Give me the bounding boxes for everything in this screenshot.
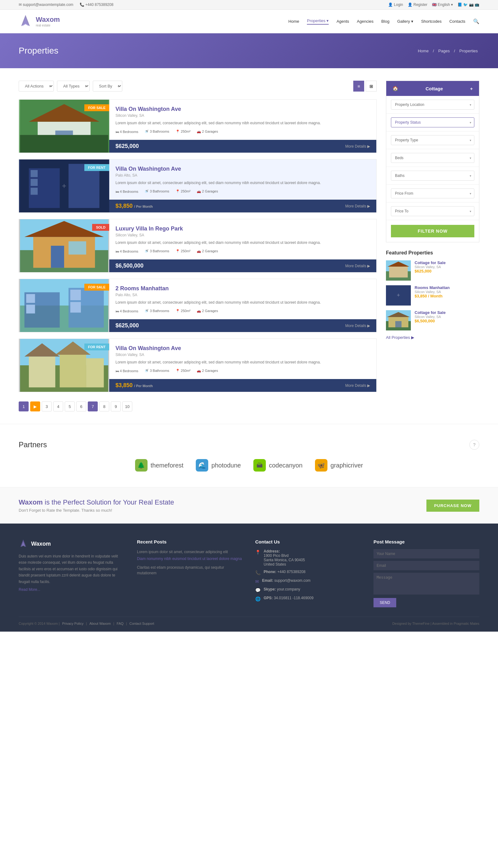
language-selector[interactable]: 🇬🇧 English ▾ [432,2,453,7]
price-from-select[interactable]: Price From [391,189,474,198]
nav-agencies[interactable]: Agencies [357,19,374,24]
featured-loc-3: Silicon Valley, SA [415,315,479,319]
page-7[interactable]: 7 [88,401,98,412]
property-price-5: $3,850 / Per Month [116,382,153,389]
nav-home[interactable]: Home [289,19,299,24]
register-link[interactable]: 👤 Register [408,2,427,7]
footer-recent-posts: Recent Posts Lorem ipsum dolor sit amet,… [137,539,243,607]
contact-support-link[interactable]: Contact Support [130,622,154,625]
area-3: 📍 250m² [175,249,191,253]
privacy-policy-link[interactable]: Privacy Policy [62,622,83,625]
nav-blog[interactable]: Blog [381,19,389,24]
featured-info-3: Cottage for Sale Silicon Valley, SA $6,5… [415,310,479,323]
all-types-select[interactable]: All Types [57,81,90,92]
property-card: FOR SALE 2 Rooms Manhattan Palo Alto, SA… [19,279,377,332]
property-price-2: $3,850 / Per Month [116,203,153,209]
cta-text: Waxom is the Perfect Solution for Your R… [19,498,174,513]
nav-gallery[interactable]: Gallery ▾ [397,19,413,24]
property-info-2: Villa On Washington Ave Palo Alto, SA Lo… [109,159,376,200]
nav-properties[interactable]: Properties ▾ [307,18,329,25]
beds-select[interactable]: Beds [391,153,474,163]
logo-sub: real estate [36,24,60,27]
login-link[interactable]: 👤 Login [388,2,403,7]
post-link-1[interactable]: Diam nonummy nibh euismod tincidunt ut l… [137,557,242,561]
page-3[interactable]: 3 [42,401,52,412]
skype-icon: 💬 [255,588,261,593]
property-type-select[interactable]: Property Type [391,135,474,145]
property-location-group: Property Location [386,96,479,114]
baths-select[interactable]: Baths [391,171,474,181]
partners-nav-icon[interactable]: ? [469,440,479,450]
more-details-4[interactable]: More Details ▶ [345,324,370,328]
more-details-1[interactable]: More Details ▶ [345,144,370,148]
contact-skype: 💬 Skype: your.company [255,587,361,593]
garages-4: 🚗 2 Garages [197,309,218,313]
faq-link[interactable]: FAQ [117,622,123,625]
property-status-select[interactable]: Property Status [391,117,474,127]
send-button[interactable]: SEND [374,598,396,607]
footer-post-1: Lorem ipsum dolor sit amet, consecteuer … [137,549,243,561]
filter-plus-icon: + [470,86,473,91]
svg-rect-11 [30,179,38,186]
sort-by-select[interactable]: Sort By [93,81,122,92]
property-badge-5: FOR RENT [84,344,109,350]
footer-copyright: Copyright © 2014 Waxom | Privacy Policy … [19,622,156,625]
phone-icon: 📞 [255,570,261,575]
filter-title: Cottage [425,86,443,91]
page-4[interactable]: 4 [53,401,63,412]
svg-rect-6 [20,135,108,153]
property-card: FOR RENT Villa On Washington Ave Silicon… [19,338,377,392]
codecanyon-icon: 🏔 [253,459,266,471]
property-features-1: 🛏 4 Bedrooms 🚿 3 Bathrooms 📍 250m² 🚗 2 G… [116,130,370,134]
breadcrumb-sep1: / [433,49,435,53]
page-5[interactable]: 5 [65,401,75,412]
read-more-link[interactable]: Read More... [19,587,124,592]
featured-info-2: Rooms Manhattan Silicon Valley, SA $3,85… [415,285,479,298]
property-location-select[interactable]: Property Location [391,100,474,109]
contact-email: ✉ Email: support@waxom.com [255,578,361,584]
price-to-wrapper: Price To [391,206,474,216]
more-details-3[interactable]: More Details ▶ [345,264,370,268]
bathrooms-2: 🚿 3 Bathrooms [144,189,169,193]
email-input[interactable] [374,561,479,570]
search-icon[interactable]: 🔍 [473,18,479,24]
beds-group: Beds [386,149,479,167]
nav-agents[interactable]: Agents [337,19,349,24]
list-view-btn[interactable]: ≡ [353,81,364,92]
filter-header: 🏠 Cottage + [386,81,479,96]
page-next[interactable]: ▶ [30,401,40,412]
more-details-5[interactable]: More Details ▶ [345,384,370,388]
all-actions-select[interactable]: All Actions [19,81,54,92]
svg-rect-36 [389,267,408,277]
partner-name-4: graphicriver [330,462,363,469]
property-badge-4: FOR SALE [84,284,109,290]
featured-section: Featured Properties Cottage for Sale Sil… [386,250,479,340]
partners-grid: 🌲 themeforest 🌊 photodune 🏔 codecanyon 🦋… [19,459,479,471]
page-6[interactable]: 6 [76,401,86,412]
main-nav: Home Properties ▾ Agents Agencies Blog G… [289,18,479,25]
price-period-2: / Per Month [134,205,153,208]
nav-contacts[interactable]: Contacts [449,19,465,24]
all-properties-link[interactable]: All Properties ▶ [386,335,479,340]
price-to-select[interactable]: Price To [391,206,474,216]
featured-name-3: Cottage for Sale [415,310,479,315]
page-8[interactable]: 8 [99,401,109,412]
about-link[interactable]: About Waxom [89,622,111,625]
svg-rect-17 [51,246,64,268]
page-1[interactable]: 1 [19,401,29,412]
svg-rect-23 [26,294,35,303]
property-location-3: Silicon Valley, SA [116,233,370,237]
filter-icon: 🏠 [393,86,398,91]
message-input[interactable] [374,573,479,595]
more-details-2[interactable]: More Details ▶ [345,204,370,208]
nav-shortcodes[interactable]: Shortcodes [421,19,442,24]
page-10[interactable]: 10 [122,401,132,412]
page-9[interactable]: 9 [111,401,121,412]
partners-title: Partners ? [19,440,479,450]
property-info-5: Villa On Washington Ave Silicon Valley, … [109,339,376,379]
your-name-input[interactable] [374,549,479,558]
grid-view-btn[interactable]: ⊞ [366,81,377,92]
filter-now-button[interactable]: FILTER NOW [391,225,474,237]
purchase-now-button[interactable]: PURCHASE NOW [427,500,479,512]
property-image-3: SOLD [19,219,109,272]
